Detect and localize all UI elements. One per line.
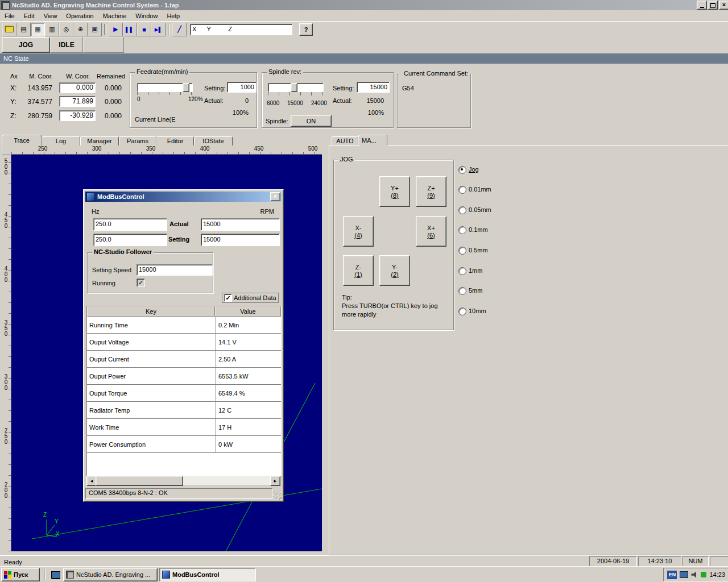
jog-y-plus-button[interactable]: Y+ (8) [379, 176, 410, 207]
step-radio-05[interactable] [458, 247, 466, 255]
menu-edit[interactable]: Edit [19, 13, 39, 19]
tab-iostate[interactable]: IOState [194, 136, 233, 146]
open-file-button[interactable] [2, 23, 16, 36]
running-checkbox[interactable]: ✓ [136, 278, 145, 287]
jog-y-minus-button[interactable]: Y- (2) [379, 255, 410, 286]
axis-select-field[interactable]: X Y Z [190, 24, 292, 35]
task-button-modbus[interactable]: ModBusControl [159, 568, 256, 581]
language-indicator[interactable]: EN [667, 571, 677, 579]
quick-launch-desktop-icon[interactable] [50, 568, 61, 581]
jog-mode-button[interactable]: JOG [2, 37, 50, 53]
center-button[interactable]: ◎ [59, 23, 73, 36]
actual-field[interactable]: 15000 [201, 218, 280, 231]
additional-data-option[interactable]: ✓ Additional Data [222, 293, 279, 303]
edit-button[interactable]: ▤ [16, 23, 31, 36]
step-label-01[interactable]: 0.1mm [469, 226, 488, 233]
spindle-slider-thumb[interactable] [291, 83, 297, 92]
step-label-1[interactable]: 1mm [469, 267, 482, 274]
status-tray-icon [701, 572, 706, 577]
spindle-on-button[interactable]: ON [291, 115, 332, 127]
menu-window[interactable]: Window [131, 13, 162, 19]
ruler-v-450: 450 [2, 211, 10, 228]
scroll-right-button[interactable]: ► [270, 476, 280, 486]
key-column-header[interactable]: Key [87, 306, 215, 317]
tool-path-button[interactable]: ╱ [172, 23, 187, 36]
jog-x-minus-button[interactable]: X- (4) [343, 216, 374, 247]
table-row: Ouput Voltage 14.1 V [87, 334, 281, 351]
tab-log[interactable]: Log [42, 136, 80, 146]
step-radio-10[interactable] [458, 307, 466, 315]
tab-editor[interactable]: Editor [156, 136, 194, 146]
close-button[interactable]: × [719, 1, 728, 10]
screen-icon: ▥ [49, 26, 55, 33]
step-radio-1[interactable] [458, 267, 466, 275]
scroll-thumb[interactable] [96, 476, 183, 486]
stop-program-button[interactable]: ■ [137, 23, 151, 36]
modbus-titlebar[interactable]: ModBusControl × [85, 192, 282, 202]
additional-data-checkbox[interactable]: ✓ [224, 294, 232, 302]
menu-view[interactable]: View [39, 13, 62, 19]
jog-z-plus-button[interactable]: Z+ (9) [416, 176, 446, 207]
follower-speed-field[interactable]: 15000 [136, 264, 213, 276]
step-label-005[interactable]: 0.05mm [469, 206, 491, 213]
start-program-button[interactable]: ▶ [109, 23, 123, 36]
tab-manager[interactable]: Manager [80, 136, 119, 146]
step-radio-jog[interactable] [458, 166, 466, 174]
tab-manual[interactable]: MA... [358, 135, 387, 146]
step-label-001[interactable]: 0.01mm [469, 186, 491, 193]
help-button[interactable]: ? [299, 23, 313, 36]
jog-button-key: (2) [391, 271, 398, 278]
tab-params[interactable]: Params [119, 136, 156, 146]
spindle-percent: 100% [357, 109, 384, 116]
pause-program-button[interactable]: ▌▌ [123, 23, 137, 36]
ruler-h-ticks [11, 152, 322, 154]
freq-field-1[interactable]: 250.0 [93, 218, 167, 231]
x-work-coord-field[interactable]: 0.000 [59, 82, 96, 93]
y-work-coord-field[interactable]: 71.899 [59, 96, 96, 107]
spindle-setting-field[interactable]: 15000 [357, 82, 390, 93]
setting-field[interactable]: 15000 [201, 234, 280, 246]
minimize-button[interactable] [697, 1, 707, 10]
step-radio-01[interactable] [458, 226, 466, 234]
feedrate-slider-thumb[interactable] [183, 83, 189, 92]
menu-machine[interactable]: Machine [98, 13, 131, 19]
step-radio-005[interactable] [458, 206, 466, 214]
jog-group: JOG Y+ (8) Z+ (9) X- (4) X+ (6) Z- (1) [333, 160, 454, 330]
jog-button-key: (4) [354, 232, 362, 239]
main-titlebar[interactable]: NcStudio AD. Engraving Machine Control S… [0, 0, 728, 10]
step-label-jog[interactable]: Jog [469, 166, 479, 173]
origin-button[interactable]: ⊕ [73, 23, 88, 36]
jog-tip-title: Tip: [342, 293, 438, 302]
jog-z-minus-button[interactable]: Z- (1) [343, 255, 374, 286]
modbus-close-button[interactable]: × [270, 192, 280, 201]
step-radio-001[interactable] [458, 186, 466, 194]
menu-operation[interactable]: Operation [61, 13, 98, 19]
y-remained: 0.000 [97, 98, 122, 106]
feedrate-actual-label: Actual: [204, 97, 224, 104]
export-button[interactable]: ▣ [88, 23, 102, 36]
maximize-button[interactable] [708, 1, 718, 10]
menu-file[interactable]: File [0, 13, 19, 19]
step-button[interactable]: ▶▌ [151, 23, 166, 36]
value-column-header[interactable]: Value [215, 306, 281, 317]
jog-x-plus-button[interactable]: X+ (6) [416, 216, 446, 247]
flag-red [4, 571, 7, 575]
menu-help[interactable]: Help [162, 13, 184, 19]
task-button-ncstudio[interactable]: NcStudio AD. Engraving ... [63, 568, 158, 581]
ruler-v-350: 350 [2, 319, 10, 336]
resize-grip[interactable] [274, 492, 282, 500]
table-row: Power Consumption 0 kW [87, 436, 281, 453]
step-radio-5[interactable] [458, 287, 466, 295]
step-label-05[interactable]: 0.5mm [469, 247, 488, 253]
modbus-hscrollbar[interactable]: ◄ ► [86, 476, 280, 485]
start-button[interactable]: Пуск [1, 568, 40, 581]
tab-trace[interactable]: Trace [2, 135, 42, 146]
step-label-5[interactable]: 5mm [469, 287, 482, 294]
simulate-button[interactable]: ▦ [31, 23, 45, 36]
screen-button[interactable]: ▥ [45, 23, 59, 36]
spindle-setting-label: Setting: [333, 85, 354, 92]
step-label-10[interactable]: 10mm [469, 307, 486, 314]
z-work-coord-field[interactable]: -30.928 [59, 110, 96, 121]
feedrate-setting-field[interactable]: 1000 [227, 82, 257, 93]
freq-field-2[interactable]: 250.0 [93, 234, 167, 246]
